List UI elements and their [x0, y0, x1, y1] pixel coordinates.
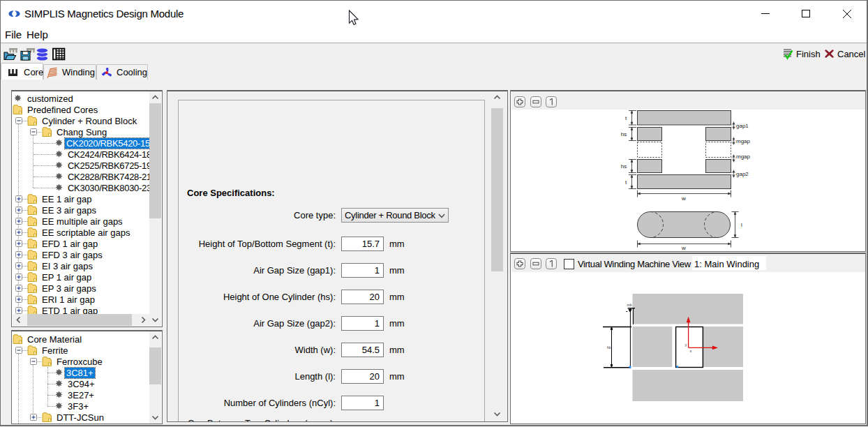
svg-text:t: t	[625, 115, 627, 121]
svg-text:w: w	[681, 195, 686, 202]
svg-text:t: t	[625, 179, 627, 186]
svg-text:hs: hs	[621, 163, 627, 170]
svg-text:hb: hb	[607, 345, 611, 350]
svg-text:mgap: mgap	[736, 138, 751, 144]
svg-text:mgap: mgap	[736, 153, 751, 160]
svg-text:gap1: gap1	[736, 123, 749, 129]
svg-text:w: w	[681, 245, 686, 251]
svg-text:l: l	[741, 222, 742, 228]
svg-text:y: y	[685, 343, 687, 347]
svg-text:x: x	[690, 349, 692, 353]
svg-text:hs: hs	[621, 131, 627, 137]
svg-text:gap2: gap2	[736, 171, 749, 177]
svg-text:mb: mb	[627, 303, 632, 307]
